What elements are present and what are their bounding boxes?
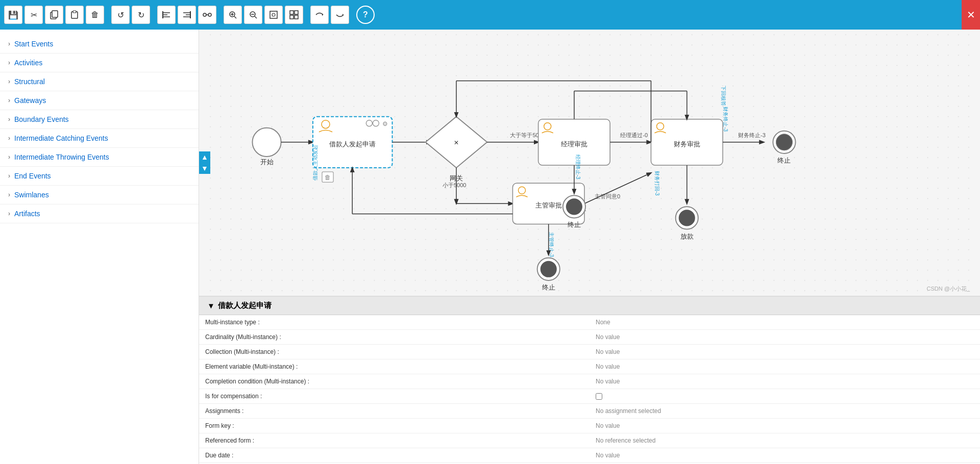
sidebar-item-structural[interactable]: › Structural [0,72,199,91]
svg-text:🗑: 🗑 [325,174,331,181]
zoom-in-button[interactable] [224,6,242,24]
sidebar-item-label: Artifacts [14,210,40,218]
svg-text:借款人主动发起: 借款人主动发起 [312,145,318,181]
svg-point-12 [203,13,206,16]
sidebar-item-gateways[interactable]: › Gateways [0,91,199,110]
prop-value-cardinality: No value [590,330,980,345]
svg-text:开始: 开始 [260,158,274,166]
properties-grid: Multi-instance type : None Cardinality (… [199,315,980,464]
sidebar-item-artifacts[interactable]: › Artifacts [0,204,199,223]
flow-button[interactable] [310,6,329,24]
cut-button[interactable]: ✂ [24,6,43,24]
svg-text:经理终止-3: 经理终止-3 [575,154,581,179]
svg-text:主管同意0: 主管同意0 [595,193,620,199]
prop-label-referenced-form: Referenced form : [199,433,590,448]
sidebar-item-boundary-events[interactable]: › Boundary Events [0,110,199,129]
svg-text:放款: 放款 [680,233,694,240]
toggle-up-button[interactable]: ▲ [199,151,210,163]
svg-text:下回核答: 下回核答 [721,86,726,107]
sidebar-item-label: Activities [14,59,42,67]
arrow-icon: › [8,59,10,66]
svg-text:经理通过-0: 经理通过-0 [620,132,648,138]
svg-text:主管终止-3: 主管终止-3 [549,232,554,257]
delete-button[interactable]: 🗑 [86,6,104,24]
prop-value-element-variable: No value [590,359,980,374]
sidebar-item-label: Boundary Events [14,115,69,123]
svg-text:经理审批: 经理审批 [561,140,587,148]
svg-point-64 [776,134,792,150]
sidebar-item-label: Swimlanes [14,191,49,199]
arrow-icon: › [8,135,10,142]
save-button[interactable]: 💾 [4,6,22,24]
svg-rect-1 [52,11,58,17]
help-button[interactable]: ? [356,6,375,24]
prop-value-collection: No value [590,345,980,359]
compensation-checkbox[interactable] [596,393,602,400]
align-right-button[interactable] [178,6,196,24]
prop-label-form-key: Form key : [199,419,590,433]
toggle-down-button[interactable]: ▼ [199,163,210,174]
zoom-full-button[interactable] [285,6,303,24]
prop-label-collection: Collection (Multi-instance) : [199,345,590,359]
prop-label-due-date: Due date : [199,448,590,463]
redo-button[interactable]: ↻ [132,6,150,24]
undo-button[interactable]: ↺ [111,6,130,24]
svg-point-86 [566,198,582,215]
watermark: CSDN @小小花_ [926,285,970,293]
svg-rect-3 [73,11,76,13]
close-button[interactable]: ✕ [962,0,980,30]
svg-text:借款人发起申请: 借款人发起申请 [329,140,376,148]
canvas-area: ▲ ▼ 开始 [199,30,980,464]
prop-value-completion-condition: No value [590,374,980,389]
sidebar-item-label: Gateways [14,96,46,105]
copy-button[interactable] [45,6,63,24]
sidebar-item-swimlanes[interactable]: › Swimlanes [0,186,199,204]
sidebar-item-label: Intermediate Throwing Events [14,153,109,161]
svg-text:小于5000: 小于5000 [443,182,467,188]
sidebar-item-label: Structural [14,78,45,86]
main-area: › Start Events › Activities › Structural… [0,30,980,464]
sidebar-item-activities[interactable]: › Activities [0,54,199,72]
svg-text:✕: ✕ [454,139,459,146]
sidebar-item-start-events[interactable]: › Start Events [0,35,199,54]
zoom-out-button[interactable] [244,6,262,24]
svg-text:财务终止-3: 财务终止-3 [723,107,728,132]
arrow-icon: › [8,191,10,198]
prop-label-cardinality: Cardinality (Multi-instance) : [199,330,590,345]
prop-label-assignments: Assignments : [199,404,590,419]
properties-panel: ▼ 借款人发起申请 Multi-instance type : None Car… [199,296,980,464]
prop-value-referenced-form: No reference selected [590,433,980,448]
canvas-toggle: ▲ ▼ [199,151,210,174]
connection-button[interactable] [198,6,216,24]
sidebar-item-intermediate-catching-events[interactable]: › Intermediate Catching Events [0,129,199,148]
sidebar-item-intermediate-throwing-events[interactable]: › Intermediate Throwing Events [0,148,199,167]
svg-rect-26 [290,15,293,19]
prop-label-completion-condition: Completion condition (Multi-instance) : [199,374,590,389]
svg-text:财务审批: 财务审批 [674,140,700,148]
arrow-icon: › [8,97,10,104]
diagram-canvas[interactable]: ▲ ▼ 开始 [199,30,980,296]
align-left-button[interactable] [157,6,176,24]
prop-value-due-date: No value [590,448,980,463]
bpmn-diagram: 开始 借款人发起申请 ⚙ 借款人主动发起 🗑 [199,30,980,296]
properties-title-text: 借款人发起申请 [218,301,272,311]
prop-value-is-for-compensation [590,389,980,404]
svg-rect-24 [290,11,293,14]
svg-text:财务打回-3: 财务打回-3 [654,171,659,196]
sidebar-item-label: End Events [14,172,51,180]
svg-text:财务终止-3: 财务终止-3 [738,132,766,138]
paste-button[interactable] [65,6,84,24]
svg-point-92 [679,210,695,226]
prop-value-multi-instance-type: None [590,315,980,330]
sidebar-item-label: Intermediate Catching Events [14,134,108,142]
svg-rect-27 [295,15,298,19]
svg-text:终止: 终止 [542,283,555,291]
flow2-button[interactable] [331,6,349,24]
prop-label-element-variable: Element variable (Multi-instance) : [199,359,590,374]
svg-line-16 [234,16,236,18]
collapse-icon: ▼ [207,301,215,310]
svg-point-81 [541,261,557,277]
zoom-fit-button[interactable] [264,6,283,24]
sidebar-item-end-events[interactable]: › End Events [0,167,199,186]
svg-point-23 [272,13,275,16]
